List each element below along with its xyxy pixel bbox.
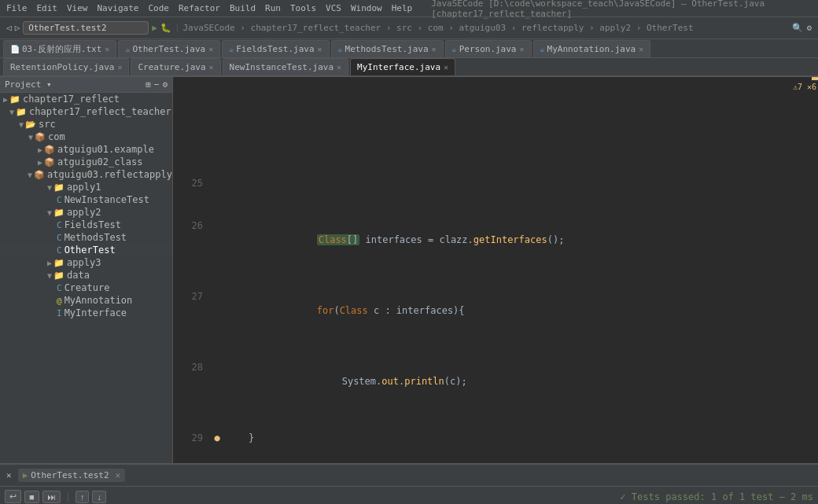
nav-back-icon[interactable]: ◁ <box>6 23 12 33</box>
sidebar-item-chapter17-reflect[interactable]: ▶ 📁 chapter17_reflect <box>0 93 172 105</box>
down-button[interactable]: ↓ <box>92 491 106 503</box>
sidebar-item-fieldstest[interactable]: C FieldsTest <box>0 219 172 231</box>
run-tab-close[interactable]: ✕ <box>116 470 121 480</box>
run-panel-close[interactable]: ✕ <box>6 470 12 480</box>
warning-dot-icon: ● <box>214 431 219 445</box>
tab-close[interactable]: ✕ <box>318 45 322 53</box>
sidebar-icon-minus[interactable]: − <box>154 79 160 90</box>
expand-arrow: ▶ <box>3 95 8 104</box>
sidebar-item-myinterface[interactable]: I MyInterface <box>0 307 172 319</box>
sidebar-item-data[interactable]: ▼ 📁 data <box>0 269 172 281</box>
package-icon: 📦 <box>44 157 55 167</box>
item-label: src <box>39 119 56 130</box>
nav-bar: ◁ ▷ OtherTest.test2 ▶ 🐛 | JavaSECode › c… <box>0 17 818 39</box>
menu-edit[interactable]: Edit <box>37 3 58 13</box>
tab-newinstancetest[interactable]: NewInstanceTest.java ✕ <box>223 58 348 75</box>
sidebar-item-apply2[interactable]: ▼ 📁 apply2 <box>0 206 172 219</box>
tab-label: Person.java <box>459 44 517 54</box>
run-tab-othertest[interactable]: ▶ OtherTest.test2 ✕ <box>18 469 126 482</box>
tab-myannotation[interactable]: ☕ MyAnnotation.java ✕ <box>533 40 651 57</box>
tab-othertest[interactable]: ☕ OtherTest.java ✕ <box>118 40 220 57</box>
code-line-25: 25 <box>179 176 812 190</box>
warning-count: ⚠7 ✕6 <box>793 80 818 94</box>
breadcrumb: JavaSECode › chapter17_reflect_teacher ›… <box>183 23 694 33</box>
java-icon: ☕ <box>125 45 130 53</box>
sidebar-item-methodstest[interactable]: C MethodsTest <box>0 231 172 244</box>
folder-icon: 📁 <box>53 270 64 281</box>
menu-tools[interactable]: Tools <box>290 3 316 13</box>
tab-close[interactable]: ✕ <box>444 63 448 72</box>
line-content <box>223 176 812 190</box>
sidebar-item-atguigu02[interactable]: ▶ 📦 atguigu02_class <box>0 156 172 168</box>
tab-close[interactable]: ✕ <box>432 45 437 53</box>
toolbar-separator: | <box>65 491 71 502</box>
java-icon: C <box>57 233 62 243</box>
tab-label: NewInstanceTest.java <box>230 62 333 72</box>
sidebar-item-src[interactable]: ▼ 📂 src <box>0 118 172 131</box>
tab-close[interactable]: ✕ <box>105 45 109 53</box>
gutter-29: ● <box>211 431 223 445</box>
package-icon: 📦 <box>44 145 55 155</box>
menu-window[interactable]: Window <box>351 3 382 13</box>
nav-debug-icon[interactable]: 🐛 <box>160 23 171 33</box>
sidebar-item-newinstancetest[interactable]: C NewInstanceTest <box>0 193 172 206</box>
java-icon: C <box>57 283 62 293</box>
expand-arrow: ▼ <box>47 208 52 217</box>
tab-close[interactable]: ✕ <box>520 45 525 53</box>
sidebar-icon-settings[interactable]: ⚙ <box>162 79 168 90</box>
stop-button[interactable]: ■ <box>24 491 39 503</box>
menu-build[interactable]: Build <box>230 3 256 13</box>
step-button[interactable]: ⏭ <box>42 491 61 503</box>
sidebar-item-myannotation[interactable]: @ MyAnnotation <box>0 294 172 307</box>
tab-close[interactable]: ✕ <box>209 63 214 72</box>
tab-close[interactable]: ✕ <box>208 45 213 53</box>
line-number: 28 <box>179 360 203 374</box>
item-label: apply1 <box>67 182 101 193</box>
nav-run-icon[interactable]: ▶ <box>152 23 157 33</box>
tab-label: RetentionPolicy.java <box>10 62 114 72</box>
code-area: ⚠7 ✕6 25 26 Class[] interfaces = clazz.g… <box>173 77 818 463</box>
menu-file[interactable]: File <box>6 3 28 13</box>
sidebar-item-chapter17-reflect-teacher[interactable]: ▼ 📁 chapter17_reflect_teacher <box>0 105 172 118</box>
tab-creature[interactable]: Creature.java ✕ <box>131 58 220 75</box>
sidebar-item-atguigu01[interactable]: ▶ 📦 atguigu01.example <box>0 143 172 156</box>
tab-fieldstest[interactable]: ☕ FieldsTest.java ✕ <box>222 40 329 57</box>
menu-vcs[interactable]: VCS <box>326 3 341 13</box>
nav-forward-icon[interactable]: ▷ <box>15 23 20 33</box>
menu-navigate[interactable]: Navigate <box>98 3 139 13</box>
search-icon[interactable]: 🔍 <box>792 23 803 33</box>
line-content: for(Class c : interfaces){ <box>223 289 812 332</box>
tab-methodstest[interactable]: ☕ MethodsTest.java ✕ <box>331 40 444 57</box>
tests-passed-label: ✓ Tests passed: 1 of 1 test – 2 ms <box>620 491 813 502</box>
run-panel: ✕ ▶ OtherTest.test2 ✕ ↩ ■ ⏭ | ↑ ↓ ✓ Test… <box>0 463 818 504</box>
sidebar-item-othertest[interactable]: C OtherTest <box>0 244 172 256</box>
tab-close[interactable]: ✕ <box>117 63 122 72</box>
menu-code[interactable]: Code <box>148 3 169 13</box>
path-bar[interactable]: OtherTest.test2 <box>23 21 149 35</box>
menu-run[interactable]: Run <box>265 3 281 13</box>
menu-view[interactable]: View <box>67 3 88 13</box>
sidebar-item-atguigu03[interactable]: ▼ 📦 atguigu03.reflectapply <box>0 168 172 181</box>
code-content[interactable]: ⚠7 ✕6 25 26 Class[] interfaces = clazz.g… <box>173 77 818 463</box>
sidebar-item-com[interactable]: ▼ 📦 com <box>0 131 172 143</box>
menu-refactor[interactable]: Refactor <box>179 3 220 13</box>
sidebar-item-apply1[interactable]: ▼ 📁 apply1 <box>0 181 172 193</box>
settings-icon[interactable]: ⚙ <box>806 23 812 33</box>
menu-help[interactable]: Help <box>392 3 413 13</box>
item-label: atguigu01.example <box>57 144 154 155</box>
sidebar-item-creature[interactable]: C Creature <box>0 281 172 294</box>
menu-bar: File Edit View Navigate Code Refactor Bu… <box>0 0 818 17</box>
sidebar-item-apply3[interactable]: ▶ 📁 apply3 <box>0 256 172 269</box>
tab-person[interactable]: ☕ Person.java ✕ <box>445 40 532 57</box>
folder-icon: 📁 <box>16 107 27 117</box>
tab-myinterface[interactable]: MyInterface.java ✕ <box>350 58 455 75</box>
rerun-button[interactable]: ↩ <box>5 490 21 503</box>
code-editor[interactable]: ⚠7 ✕6 25 26 Class[] interfaces = clazz.g… <box>173 77 818 463</box>
tab-reflectapply-txt[interactable]: 📄 03-反射的应用.txt ✕ <box>3 40 116 57</box>
up-button[interactable]: ↑ <box>76 491 90 503</box>
tab-close[interactable]: ✕ <box>337 63 341 72</box>
sidebar-icon-expand[interactable]: ⊞ <box>146 79 151 90</box>
item-label: com <box>48 131 65 142</box>
tab-retentionpolicy[interactable]: RetentionPolicy.java ✕ <box>3 58 129 75</box>
tab-close[interactable]: ✕ <box>639 45 643 53</box>
